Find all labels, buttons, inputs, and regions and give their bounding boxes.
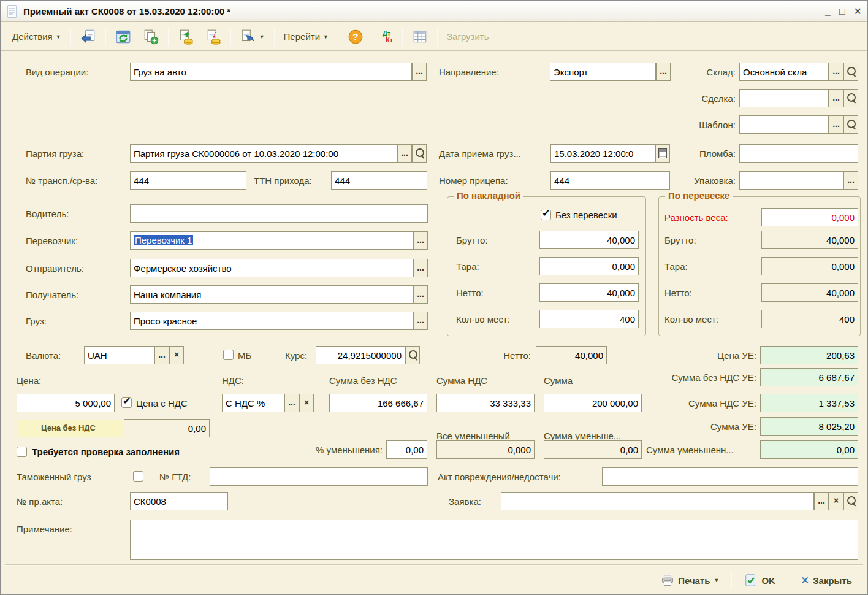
comment-input[interactable] — [130, 520, 858, 560]
vat-clear-button[interactable]: × — [299, 394, 314, 412]
sum-wo-vat-cu-input[interactable] — [760, 368, 858, 386]
deal-select-button[interactable]: ... — [829, 89, 843, 107]
sum-reduced-cu-input[interactable] — [760, 440, 858, 459]
sum-cu-input[interactable] — [760, 417, 858, 436]
table-view-button[interactable] — [407, 26, 433, 47]
warehouse-open-button[interactable] — [843, 63, 858, 81]
gtd-number-input[interactable] — [210, 467, 428, 486]
driver-input[interactable] — [130, 204, 428, 223]
reweigh-gross-input[interactable] — [761, 231, 858, 249]
deal-open-button[interactable] — [843, 89, 858, 107]
price-cu-input[interactable] — [760, 346, 858, 364]
all-reduced-input[interactable] — [436, 440, 535, 459]
actions-menu-button[interactable]: Действия ▼ — [7, 26, 66, 47]
sender-input[interactable] — [130, 259, 413, 277]
reweigh-gross-label: Брутто: — [664, 231, 696, 250]
damage-act-input[interactable] — [602, 467, 858, 486]
act-number-input[interactable] — [130, 492, 228, 510]
template-select-button[interactable]: ... — [829, 115, 843, 134]
post-document-button[interactable] — [173, 26, 199, 47]
ttn-input[interactable] — [331, 171, 427, 190]
template-open-button[interactable] — [843, 115, 858, 134]
price-input[interactable] — [17, 394, 115, 412]
weight-difference-input[interactable] — [761, 208, 858, 226]
price-with-vat-checkbox[interactable] — [121, 397, 132, 408]
vat-select-button[interactable]: ... — [284, 394, 299, 412]
sum-reduced-input[interactable] — [544, 440, 642, 459]
go-to-menu-button[interactable]: Перейти ▼ — [279, 26, 333, 47]
deal-input[interactable] — [739, 89, 829, 107]
reweigh-places-input[interactable] — [761, 310, 858, 328]
direction-select-button[interactable]: ... — [656, 63, 671, 81]
warehouse-select-button[interactable]: ... — [829, 63, 843, 81]
trailer-number-input[interactable] — [550, 171, 670, 190]
no-reweighing-checkbox[interactable] — [541, 210, 551, 220]
accept-date-input[interactable] — [550, 144, 655, 163]
operation-type-input[interactable] — [130, 63, 412, 81]
sum-input[interactable] — [544, 394, 642, 412]
accept-date-calendar-button[interactable] — [655, 144, 670, 163]
price-wo-vat-input[interactable] — [124, 419, 210, 437]
sender-select-button[interactable]: ... — [413, 259, 428, 277]
output-button[interactable]: ▼ — [235, 26, 270, 47]
carrier-input[interactable]: Перевозчик 1 — [130, 231, 413, 250]
save-document-icon — [80, 29, 96, 45]
print-button[interactable]: Печать ▼ — [655, 570, 725, 590]
sum-vat-cu-input[interactable] — [760, 394, 858, 412]
waybill-tare-input[interactable] — [539, 257, 639, 275]
fill-check-required-checkbox[interactable] — [17, 447, 27, 457]
direction-input[interactable] — [550, 63, 656, 81]
refresh-button[interactable] — [110, 26, 136, 47]
warehouse-input[interactable] — [739, 63, 829, 81]
rate-input[interactable] — [316, 346, 405, 364]
copy-add-icon — [143, 29, 159, 45]
reweigh-tare-input[interactable] — [761, 257, 858, 275]
comment-label: Примечание: — [17, 520, 72, 539]
rate-open-button[interactable] — [405, 346, 420, 364]
request-clear-button[interactable]: × — [829, 492, 843, 510]
request-select-button[interactable]: ... — [814, 492, 829, 510]
currency-select-button[interactable]: ... — [154, 346, 169, 364]
minimize-button[interactable]: _ — [825, 5, 831, 18]
maximize-button[interactable]: □ — [839, 5, 845, 18]
reduction-percent-input[interactable] — [386, 440, 427, 459]
carrier-select-button[interactable]: ... — [413, 231, 428, 250]
seal-input[interactable] — [739, 144, 858, 163]
template-input[interactable] — [739, 115, 829, 134]
sum-wo-vat-input[interactable] — [329, 394, 427, 412]
cargo-select-button[interactable]: ... — [413, 312, 428, 330]
sum-vat-input[interactable] — [436, 394, 535, 412]
waybill-gross-input[interactable] — [539, 231, 639, 249]
copy-new-button[interactable] — [138, 26, 164, 47]
operation-type-select-button[interactable]: ... — [412, 63, 427, 81]
cargo-batch-open-button[interactable] — [412, 144, 427, 163]
customs-cargo-checkbox[interactable] — [133, 471, 143, 482]
waybill-places-input[interactable] — [539, 310, 639, 328]
ok-button[interactable]: OK — [738, 570, 782, 590]
reweigh-net-input[interactable] — [761, 283, 858, 302]
net-total-input[interactable] — [536, 346, 607, 364]
receiver-select-button[interactable]: ... — [413, 285, 428, 304]
cargo-batch-select-button[interactable]: ... — [397, 144, 412, 163]
packaging-select-button[interactable]: ... — [843, 171, 858, 190]
unpost-document-button[interactable] — [200, 26, 226, 47]
sum-wo-vat-cu-label: Сумма без НДС УЕ: — [645, 369, 756, 387]
close-button[interactable]: ✕ — [854, 5, 862, 18]
close-form-button[interactable]: ✕ Закрыть — [794, 570, 858, 590]
request-input[interactable] — [501, 492, 814, 510]
dt-kt-button[interactable]: Дт Кт — [378, 26, 398, 47]
request-open-button[interactable] — [843, 492, 858, 510]
waybill-net-input[interactable] — [539, 283, 639, 302]
cargo-input[interactable] — [130, 312, 413, 330]
vat-input[interactable] — [222, 394, 284, 412]
currency-input[interactable] — [84, 346, 154, 364]
mb-checkbox[interactable] — [223, 350, 234, 360]
currency-clear-button[interactable]: × — [169, 346, 184, 364]
cargo-batch-input[interactable] — [130, 144, 397, 163]
packaging-input[interactable] — [739, 171, 843, 190]
sum-cu-label: Сумма УЕ: — [645, 418, 756, 436]
help-button[interactable]: ? — [343, 26, 368, 47]
receiver-input[interactable] — [130, 285, 413, 304]
transport-number-input[interactable] — [130, 171, 246, 190]
save-document-button[interactable] — [75, 26, 101, 47]
